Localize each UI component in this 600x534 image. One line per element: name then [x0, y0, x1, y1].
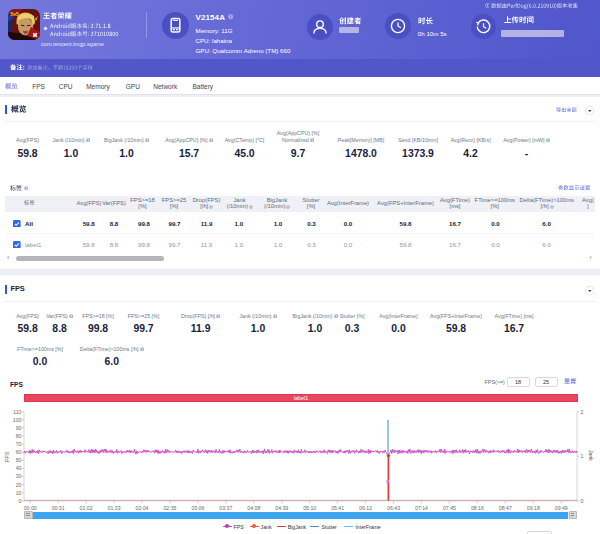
- svg-text:5v5: 5v5: [11, 11, 20, 17]
